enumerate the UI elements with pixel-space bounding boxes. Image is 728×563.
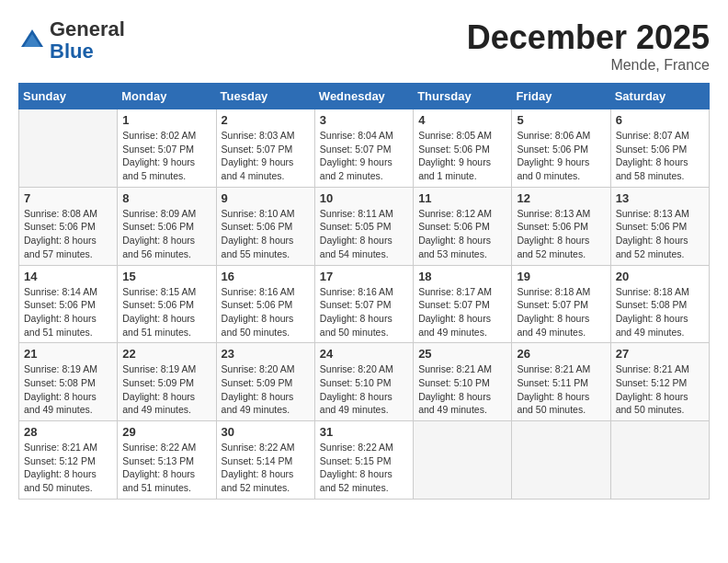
title-block: December 2025 Mende, France [467, 18, 710, 74]
logo-blue-text: Blue [50, 40, 94, 63]
day-number: 23 [222, 347, 310, 361]
calendar-cell: 26Sunrise: 8:21 AM Sunset: 5:11 PM Dayli… [512, 343, 610, 421]
calendar-cell: 12Sunrise: 8:13 AM Sunset: 5:06 PM Dayli… [512, 187, 610, 265]
day-info: Sunrise: 8:19 AM Sunset: 5:09 PM Dayligh… [122, 362, 210, 417]
day-info: Sunrise: 8:11 AM Sunset: 5:05 PM Dayligh… [320, 207, 408, 261]
calendar-week-2: 7Sunrise: 8:08 AM Sunset: 5:06 PM Daylig… [19, 187, 710, 265]
day-number: 30 [222, 425, 310, 439]
calendar-cell: 10Sunrise: 8:11 AM Sunset: 5:05 PM Dayli… [314, 187, 413, 265]
day-info: Sunrise: 8:07 AM Sunset: 5:06 PM Dayligh… [616, 129, 704, 183]
day-info: Sunrise: 8:12 AM Sunset: 5:06 PM Dayligh… [418, 207, 506, 261]
calendar-cell: 5Sunrise: 8:06 AM Sunset: 5:06 PM Daylig… [512, 109, 610, 188]
day-number: 13 [616, 191, 704, 205]
day-info: Sunrise: 8:21 AM Sunset: 5:12 PM Dayligh… [24, 441, 112, 495]
col-header-saturday: Saturday [610, 84, 709, 109]
day-info: Sunrise: 8:13 AM Sunset: 5:06 PM Dayligh… [616, 207, 704, 261]
day-info: Sunrise: 8:04 AM Sunset: 5:07 PM Dayligh… [320, 129, 408, 183]
col-header-tuesday: Tuesday [216, 84, 314, 109]
calendar-table: SundayMondayTuesdayWednesdayThursdayFrid… [18, 83, 710, 500]
day-number: 15 [122, 270, 210, 283]
calendar-cell: 13Sunrise: 8:13 AM Sunset: 5:06 PM Dayli… [610, 187, 709, 265]
calendar-cell: 22Sunrise: 8:19 AM Sunset: 5:09 PM Dayli… [118, 343, 216, 421]
col-header-friday: Friday [512, 84, 610, 109]
day-number: 9 [222, 191, 310, 205]
day-info: Sunrise: 8:17 AM Sunset: 5:07 PM Dayligh… [418, 285, 506, 339]
calendar-week-4: 21Sunrise: 8:19 AM Sunset: 5:08 PM Dayli… [19, 343, 710, 421]
calendar-cell: 30Sunrise: 8:22 AM Sunset: 5:14 PM Dayli… [216, 421, 314, 500]
location-title: Mende, France [467, 57, 710, 74]
day-info: Sunrise: 8:18 AM Sunset: 5:07 PM Dayligh… [517, 285, 605, 339]
day-info: Sunrise: 8:16 AM Sunset: 5:07 PM Dayligh… [320, 285, 408, 339]
day-number: 26 [517, 347, 605, 361]
day-number: 14 [24, 270, 112, 283]
day-info: Sunrise: 8:20 AM Sunset: 5:09 PM Dayligh… [222, 362, 310, 417]
day-number: 16 [222, 270, 310, 283]
day-info: Sunrise: 8:02 AM Sunset: 5:07 PM Dayligh… [122, 129, 210, 183]
day-info: Sunrise: 8:19 AM Sunset: 5:08 PM Dayligh… [24, 362, 112, 417]
day-info: Sunrise: 8:10 AM Sunset: 5:06 PM Dayligh… [222, 207, 310, 261]
day-number: 4 [418, 113, 506, 127]
calendar-week-1: 1Sunrise: 8:02 AM Sunset: 5:07 PM Daylig… [19, 109, 710, 188]
day-number: 28 [24, 425, 112, 439]
month-title: December 2025 [467, 18, 710, 57]
calendar-cell [610, 421, 709, 500]
calendar-cell: 14Sunrise: 8:14 AM Sunset: 5:06 PM Dayli… [19, 265, 118, 343]
day-info: Sunrise: 8:08 AM Sunset: 5:06 PM Dayligh… [24, 207, 112, 261]
calendar-cell: 18Sunrise: 8:17 AM Sunset: 5:07 PM Dayli… [414, 265, 512, 343]
day-info: Sunrise: 8:18 AM Sunset: 5:08 PM Dayligh… [616, 285, 704, 339]
col-header-wednesday: Wednesday [314, 84, 413, 109]
calendar-cell: 4Sunrise: 8:05 AM Sunset: 5:06 PM Daylig… [414, 109, 512, 188]
day-number: 11 [418, 191, 506, 205]
day-info: Sunrise: 8:22 AM Sunset: 5:14 PM Dayligh… [222, 441, 310, 495]
col-header-thursday: Thursday [414, 84, 512, 109]
day-info: Sunrise: 8:03 AM Sunset: 5:07 PM Dayligh… [222, 129, 310, 183]
day-number: 20 [616, 270, 704, 283]
day-info: Sunrise: 8:16 AM Sunset: 5:06 PM Dayligh… [222, 285, 310, 339]
calendar-cell: 24Sunrise: 8:20 AM Sunset: 5:10 PM Dayli… [314, 343, 413, 421]
calendar-cell: 28Sunrise: 8:21 AM Sunset: 5:12 PM Dayli… [19, 421, 118, 500]
day-number: 7 [24, 191, 112, 205]
day-info: Sunrise: 8:14 AM Sunset: 5:06 PM Dayligh… [24, 285, 112, 339]
day-info: Sunrise: 8:13 AM Sunset: 5:06 PM Dayligh… [517, 207, 605, 261]
calendar-cell: 31Sunrise: 8:22 AM Sunset: 5:15 PM Dayli… [314, 421, 413, 500]
day-info: Sunrise: 8:21 AM Sunset: 5:12 PM Dayligh… [616, 362, 704, 417]
calendar-cell: 27Sunrise: 8:21 AM Sunset: 5:12 PM Dayli… [610, 343, 709, 421]
logo-icon [18, 27, 46, 54]
calendar-week-3: 14Sunrise: 8:14 AM Sunset: 5:06 PM Dayli… [19, 265, 710, 343]
day-number: 12 [517, 191, 605, 205]
day-number: 8 [122, 191, 210, 205]
col-header-monday: Monday [118, 84, 216, 109]
day-number: 18 [418, 270, 506, 283]
calendar-cell [512, 421, 610, 500]
calendar-cell: 20Sunrise: 8:18 AM Sunset: 5:08 PM Dayli… [610, 265, 709, 343]
day-number: 5 [517, 113, 605, 127]
calendar-cell: 19Sunrise: 8:18 AM Sunset: 5:07 PM Dayli… [512, 265, 610, 343]
day-info: Sunrise: 8:15 AM Sunset: 5:06 PM Dayligh… [122, 285, 210, 339]
day-number: 19 [517, 270, 605, 283]
calendar-cell: 25Sunrise: 8:21 AM Sunset: 5:10 PM Dayli… [414, 343, 512, 421]
day-number: 21 [24, 347, 112, 361]
calendar-cell [414, 421, 512, 500]
calendar-cell: 8Sunrise: 8:09 AM Sunset: 5:06 PM Daylig… [118, 187, 216, 265]
calendar-header-row: SundayMondayTuesdayWednesdayThursdayFrid… [19, 84, 710, 109]
calendar-cell: 11Sunrise: 8:12 AM Sunset: 5:06 PM Dayli… [414, 187, 512, 265]
day-info: Sunrise: 8:05 AM Sunset: 5:06 PM Dayligh… [418, 129, 506, 183]
calendar-cell: 21Sunrise: 8:19 AM Sunset: 5:08 PM Dayli… [19, 343, 118, 421]
calendar-cell: 3Sunrise: 8:04 AM Sunset: 5:07 PM Daylig… [314, 109, 413, 188]
day-info: Sunrise: 8:21 AM Sunset: 5:11 PM Dayligh… [517, 362, 605, 417]
page-header: General Blue December 2025 Mende, France [18, 18, 710, 74]
calendar-week-5: 28Sunrise: 8:21 AM Sunset: 5:12 PM Dayli… [19, 421, 710, 500]
day-info: Sunrise: 8:21 AM Sunset: 5:10 PM Dayligh… [418, 362, 506, 417]
day-number: 1 [122, 113, 210, 127]
day-number: 10 [320, 191, 408, 205]
day-number: 17 [320, 270, 408, 283]
calendar-cell: 15Sunrise: 8:15 AM Sunset: 5:06 PM Dayli… [118, 265, 216, 343]
calendar-cell [19, 109, 118, 188]
calendar-cell: 1Sunrise: 8:02 AM Sunset: 5:07 PM Daylig… [118, 109, 216, 188]
calendar-cell: 9Sunrise: 8:10 AM Sunset: 5:06 PM Daylig… [216, 187, 314, 265]
logo-general-text: General [50, 17, 125, 40]
day-info: Sunrise: 8:22 AM Sunset: 5:15 PM Dayligh… [320, 441, 408, 495]
day-number: 22 [122, 347, 210, 361]
calendar-cell: 29Sunrise: 8:22 AM Sunset: 5:13 PM Dayli… [118, 421, 216, 500]
day-info: Sunrise: 8:09 AM Sunset: 5:06 PM Dayligh… [122, 207, 210, 261]
